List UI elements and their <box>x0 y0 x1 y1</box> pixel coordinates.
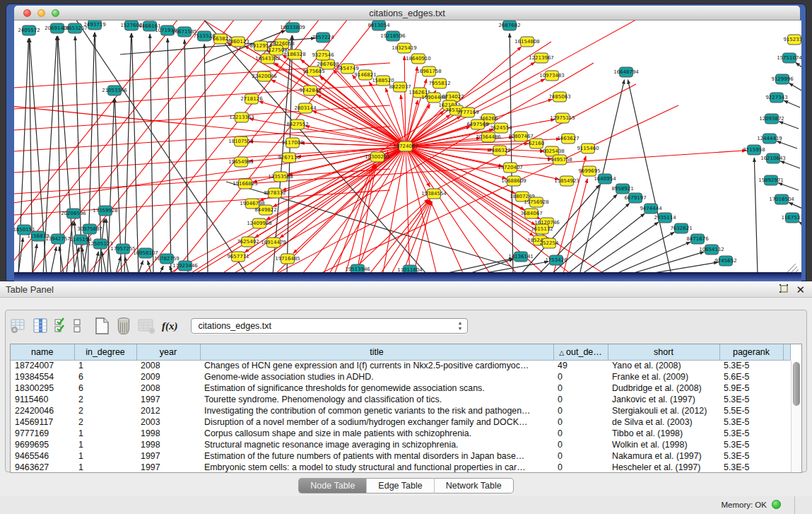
column-header-in-degree[interactable]: in_degree <box>74 344 136 360</box>
table-row[interactable]: 1872400712008Changes of HCN gene express… <box>11 360 791 371</box>
table-cell[interactable]: Estimation of the future numbers of pati… <box>200 450 553 462</box>
table-cell[interactable]: 1 <box>74 450 136 462</box>
create-column-button[interactable] <box>93 317 110 335</box>
table-cell[interactable]: Nakamura et al. (1997) <box>608 450 719 462</box>
table-cell[interactable]: 5.3E-5 <box>719 416 783 428</box>
float-panel-icon[interactable] <box>779 284 789 296</box>
tab-edge-table[interactable]: Edge Table <box>366 478 433 493</box>
table-row[interactable]: 1456911722003Disruption of a novel membe… <box>11 416 791 428</box>
column-header-year[interactable]: year <box>136 344 200 360</box>
table-row[interactable]: 946362711997Embryonic stem cells: a mode… <box>11 462 791 473</box>
table-cell[interactable]: 2 <box>74 416 136 428</box>
window-titlebar[interactable]: citations_edges.txt <box>14 6 800 21</box>
table-cell[interactable]: Corpus callosum shape and size in male p… <box>200 428 553 439</box>
column-header-title[interactable]: title <box>200 344 553 360</box>
table-cell[interactable]: 0 <box>553 405 608 416</box>
table-cell[interactable]: 5.5E-5 <box>719 405 783 416</box>
table-row[interactable]: 1830029562008Estimation of significance … <box>11 382 791 394</box>
table-cell[interactable]: 49 <box>553 360 608 371</box>
table-cell[interactable]: de Silva et al. (2003) <box>608 416 719 428</box>
close-panel-icon[interactable]: ✕ <box>796 284 805 296</box>
table-cell[interactable]: 5.6E-5 <box>719 371 783 382</box>
table-cell[interactable]: 0 <box>553 382 608 394</box>
select-rows-button[interactable] <box>54 317 68 334</box>
tab-node-table[interactable]: Node Table <box>298 478 366 493</box>
table-cell[interactable]: 0 <box>553 428 608 439</box>
table-cell[interactable]: 5.3E-5 <box>719 394 783 405</box>
table-cell[interactable]: 5.3E-5 <box>719 462 783 473</box>
column-header-out-de-[interactable]: △out_de… <box>553 344 608 360</box>
column-header-short[interactable]: short <box>608 344 719 360</box>
table-cell[interactable]: 0 <box>553 450 608 462</box>
table-cell[interactable]: Tibbo et al. (1998) <box>608 428 719 439</box>
table-cell[interactable]: Wolkin et al. (1998) <box>608 439 719 450</box>
table-cell[interactable]: 9115460 <box>11 394 74 405</box>
table-cell[interactable]: 5.3E-5 <box>719 428 783 439</box>
table-cell[interactable]: 6 <box>74 371 136 382</box>
table-cell[interactable]: 2 <box>74 405 136 416</box>
table-cell[interactable]: Estimation of significance thresholds fo… <box>200 382 553 394</box>
table-row[interactable]: 946554611997Estimation of the future num… <box>11 450 791 462</box>
table-cell[interactable]: 0 <box>553 416 608 428</box>
table-cell[interactable]: 2 <box>74 394 136 405</box>
table-cell[interactable]: 0 <box>553 439 608 450</box>
table-cell[interactable]: 1997 <box>136 450 200 462</box>
column-header-name[interactable]: name <box>11 344 74 360</box>
column-settings-button[interactable] <box>10 317 27 334</box>
table-cell[interactable]: 1997 <box>136 462 200 473</box>
table-cell[interactable]: Changes of HCN gene expression and I(f) … <box>200 360 553 371</box>
table-vertical-scrollbar[interactable] <box>791 361 801 472</box>
table-cell[interactable]: 1998 <box>136 439 200 450</box>
scrollbar-thumb[interactable] <box>793 362 800 406</box>
table-cell[interactable]: Structural magnetic resonance image aver… <box>200 439 553 450</box>
table-cell[interactable]: 5.9E-5 <box>719 382 783 394</box>
table-cell[interactable]: 19384554 <box>11 371 74 382</box>
table-cell[interactable]: 9777169 <box>11 428 74 439</box>
table-cell[interactable]: Yano et al. (2008) <box>608 360 719 371</box>
table-cell[interactable]: Jankovic et al. (1997) <box>608 394 719 405</box>
table-selector[interactable]: citations_edges.txt ▲▼ <box>191 318 468 334</box>
table-cell[interactable]: 1 <box>74 428 136 439</box>
table-cell[interactable]: Tourette syndrome. Phenomenology and cla… <box>200 394 553 405</box>
table-cell[interactable]: 9465546 <box>11 450 74 462</box>
network-view[interactable]: 1872400718300295193845548822037158852091… <box>14 21 801 272</box>
table-row[interactable]: 1938455462009Genome-wide association stu… <box>11 371 791 382</box>
table-cell[interactable]: 18724007 <box>11 360 74 371</box>
table-cell[interactable]: Franke et al. (2009) <box>608 371 719 382</box>
table-cell[interactable]: 0 <box>553 371 608 382</box>
table-cell[interactable]: 14569117 <box>11 416 74 428</box>
table-cell[interactable]: 1 <box>74 360 136 371</box>
deselect-rows-button[interactable] <box>73 317 81 334</box>
table-cell[interactable]: Stergiakouli et al. (2012) <box>608 405 719 416</box>
table-cell[interactable]: 2008 <box>136 360 200 371</box>
table-cell[interactable]: 5.3E-5 <box>719 360 783 371</box>
table-cell[interactable]: 1 <box>74 439 136 450</box>
table-cell[interactable]: 6 <box>74 382 136 394</box>
network-canvas[interactable]: 1872400718300295193845548822037158852091… <box>14 21 801 272</box>
table-cell[interactable]: 18300295 <box>11 382 74 394</box>
column-header-pagerank[interactable]: pagerank <box>719 344 783 360</box>
show-column-button[interactable] <box>32 317 49 334</box>
table-cell[interactable]: 0 <box>553 462 608 473</box>
table-cell[interactable]: 22420046 <box>11 405 74 416</box>
table-cell[interactable]: 2009 <box>136 371 200 382</box>
table-cell[interactable]: Disruption of a novel member of a sodium… <box>200 416 553 428</box>
delete-table-button[interactable] <box>137 317 155 334</box>
table-cell[interactable]: 1 <box>74 462 136 473</box>
table-cell[interactable]: 5.3E-5 <box>719 439 783 450</box>
table-row[interactable]: 969969511998Structural magnetic resonanc… <box>11 439 791 450</box>
table-row[interactable]: 2242004622012Investigating the contribut… <box>11 405 791 416</box>
table-cell[interactable]: 2008 <box>136 382 200 394</box>
table-cell[interactable]: 0 <box>553 394 608 405</box>
table-cell[interactable]: Hescheler et al. (1997) <box>608 462 719 473</box>
table-cell[interactable]: 2012 <box>136 405 200 416</box>
table-cell[interactable]: 9699695 <box>11 439 74 450</box>
table-cell[interactable]: 9463627 <box>11 462 74 473</box>
table-cell[interactable]: Dudbridge et al. (2008) <box>608 382 719 394</box>
table-cell[interactable]: 1997 <box>136 394 200 405</box>
table-cell[interactable]: Embryonic stem cells: a model to study s… <box>200 462 553 473</box>
table-cell[interactable]: 1998 <box>136 428 200 439</box>
tab-network-table[interactable]: Network Table <box>434 478 514 493</box>
table-row[interactable]: 911546021997Tourette syndrome. Phenomeno… <box>11 394 791 405</box>
table-cell[interactable]: Investigating the contribution of common… <box>200 405 553 416</box>
